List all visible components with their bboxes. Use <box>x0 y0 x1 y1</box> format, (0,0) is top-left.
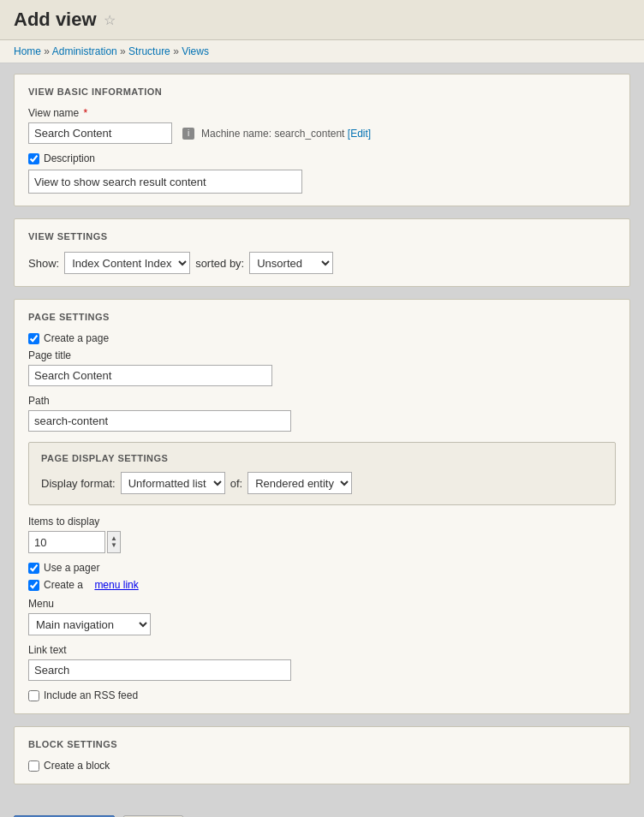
view-name-field-group: View name * i Machine name: search_conte… <box>28 107 616 144</box>
items-number-input[interactable] <box>28 531 105 553</box>
page-settings-title: PAGE SETTINGS <box>28 312 616 322</box>
block-settings-section: BLOCK SETTINGS Create a block <box>14 726 630 784</box>
page-title-field-group: Page title <box>28 349 616 386</box>
of-label: of: <box>230 477 242 490</box>
page-title-input[interactable] <box>28 365 272 386</box>
items-to-display-field-group: Items to display ▲ ▼ <box>28 516 616 553</box>
block-settings-title: BLOCK SETTINGS <box>28 739 616 749</box>
show-select[interactable]: Index Content Index Content Users Taxono… <box>64 252 190 274</box>
show-label: Show: <box>28 257 59 270</box>
path-field-group: Path <box>28 395 616 432</box>
display-format-label: Display format: <box>41 477 116 490</box>
breadcrumb-administration[interactable]: Administration <box>52 45 117 57</box>
breadcrumb-home[interactable]: Home <box>14 45 41 57</box>
breadcrumb-views[interactable]: Views <box>182 45 209 57</box>
display-format-row: Display format: Unformatted list Grid HT… <box>41 472 603 494</box>
description-checkbox[interactable] <box>28 153 39 164</box>
machine-name-text: Machine name: search_content [Edit] <box>201 128 371 140</box>
view-name-row: i Machine name: search_content [Edit] <box>28 122 616 144</box>
footer-buttons: Save and edit Cancel <box>0 807 644 817</box>
create-menu-link-checkbox[interactable] <box>28 580 39 591</box>
link-text-label: Link text <box>28 644 616 656</box>
rss-feed-checkbox[interactable] <box>28 690 39 701</box>
sorted-by-label: sorted by: <box>195 257 244 270</box>
description-info-icon[interactable]: i <box>182 128 194 140</box>
rss-feed-label[interactable]: Include an RSS feed <box>28 689 616 701</box>
spinner-down-icon: ▼ <box>110 542 117 549</box>
use-pager-checkbox[interactable] <box>28 563 39 574</box>
machine-name-edit-link[interactable]: [Edit] <box>348 128 371 140</box>
favorite-icon[interactable]: ☆ <box>104 12 116 28</box>
view-name-input[interactable] <box>28 122 172 144</box>
of-select[interactable]: Rendered entity Fields <box>247 472 352 494</box>
page-title: Add view <box>14 9 97 31</box>
use-pager-label[interactable]: Use a pager <box>28 562 616 574</box>
items-input-row: ▲ ▼ <box>28 531 616 553</box>
display-format-select[interactable]: Unformatted list Grid HTML list Table <box>121 472 225 494</box>
description-checkbox-label[interactable]: Description <box>28 152 616 164</box>
view-basic-info-section: VIEW BASIC INFORMATION View name * i Mac… <box>14 74 630 206</box>
page-settings-section: PAGE SETTINGS Create a page Page title P… <box>14 299 630 714</box>
main-content: VIEW BASIC INFORMATION View name * i Mac… <box>0 63 644 807</box>
view-basic-info-title: VIEW BASIC INFORMATION <box>28 86 616 97</box>
link-text-input[interactable] <box>28 659 291 681</box>
path-input[interactable] <box>28 410 291 432</box>
create-menu-link-row: Create a menu link <box>28 579 616 591</box>
sorted-by-select[interactable]: Unsorted Newest first Oldest first Title <box>249 252 333 274</box>
path-label: Path <box>28 395 616 407</box>
create-block-label[interactable]: Create a block <box>28 760 616 772</box>
menu-label: Menu <box>28 598 616 610</box>
view-settings-section: VIEW SETTINGS Show: Index Content Index … <box>14 218 630 287</box>
menu-row: Main navigation Administration Footer Us… <box>28 613 616 635</box>
link-text-field-group: Link text <box>28 644 616 681</box>
page-display-settings-title: PAGE DISPLAY SETTINGS <box>41 453 603 463</box>
items-spinner[interactable]: ▲ ▼ <box>107 531 121 553</box>
page-display-settings-section: PAGE DISPLAY SETTINGS Display format: Un… <box>28 442 616 505</box>
breadcrumb: Home » Administration » Structure » View… <box>0 40 644 63</box>
create-page-checkbox[interactable] <box>28 333 39 344</box>
menu-field-group: Menu Main navigation Administration Foot… <box>28 598 616 635</box>
page-title-label: Page title <box>28 349 616 361</box>
items-to-display-label: Items to display <box>28 516 616 528</box>
menu-select[interactable]: Main navigation Administration Footer Us… <box>28 613 151 635</box>
menu-link-link[interactable]: menu link <box>94 579 138 591</box>
create-page-label[interactable]: Create a page <box>28 332 616 344</box>
show-row: Show: Index Content Index Content Users … <box>28 252 616 274</box>
view-name-label: View name * <box>28 107 616 119</box>
description-input[interactable] <box>28 170 302 194</box>
view-settings-title: VIEW SETTINGS <box>28 231 616 242</box>
page-header: Add view ☆ <box>0 0 644 40</box>
breadcrumb-structure[interactable]: Structure <box>128 45 170 57</box>
create-block-checkbox[interactable] <box>28 760 39 772</box>
